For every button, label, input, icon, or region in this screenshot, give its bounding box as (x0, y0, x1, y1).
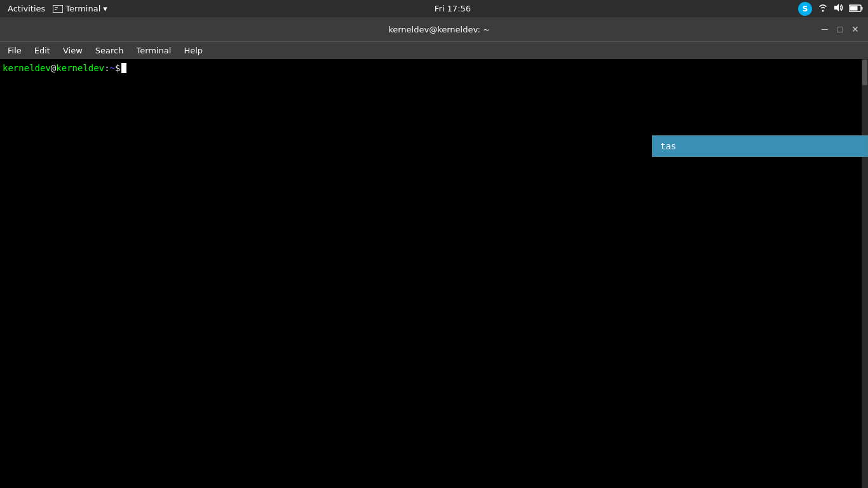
window-controls: ─ □ ✕ (820, 24, 860, 34)
svg-rect-7 (850, 6, 857, 10)
svg-marker-4 (834, 4, 839, 11)
menu-terminal[interactable]: Terminal (131, 44, 176, 57)
close-button[interactable]: ✕ (850, 24, 860, 34)
menu-search[interactable]: Search (90, 44, 129, 57)
prompt-directory: ~ (110, 62, 115, 74)
wifi-icon (817, 3, 829, 14)
svg-point-3 (822, 10, 824, 12)
minimize-button[interactable]: ─ (820, 24, 830, 34)
svg-rect-0 (53, 5, 63, 13)
system-bar-left: Activities Terminal ▾ (5, 4, 107, 13)
terminal-dropdown-arrow: ▾ (103, 4, 107, 13)
terminal-body[interactable]: kerneldev@kerneldev:~$ tas (0, 59, 868, 488)
volume-icon (834, 3, 844, 14)
svg-rect-6 (861, 7, 862, 10)
menu-help[interactable]: Help (179, 44, 208, 57)
window-title: kerneldev@kerneldev: ~ (58, 25, 820, 34)
datetime-display: Fri 17:56 (435, 4, 471, 13)
prompt-at: @ (51, 62, 56, 74)
window-titlebar: kerneldev@kerneldev: ~ ─ □ ✕ (0, 17, 868, 41)
autocomplete-text: tas (660, 141, 676, 151)
battery-icon (849, 4, 863, 14)
scrollbar-thumb[interactable] (862, 60, 867, 85)
menu-file[interactable]: File (3, 44, 27, 57)
terminal-label: Terminal (65, 4, 100, 13)
skype-icon[interactable]: S (798, 2, 812, 16)
system-bar: Activities Terminal ▾ Fri 17:56 S (0, 0, 868, 17)
system-bar-right: S (798, 2, 863, 16)
prompt-username: kerneldev (3, 62, 51, 74)
terminal-prompt-line: kerneldev@kerneldev:~$ (3, 62, 865, 74)
autocomplete-popup[interactable]: tas (652, 135, 868, 157)
terminal-menu-button[interactable]: Terminal ▾ (53, 4, 107, 13)
prompt-colon: : (104, 62, 109, 74)
menu-view[interactable]: View (58, 44, 88, 57)
terminal-window-icon (53, 5, 63, 13)
prompt-dollar: $ (115, 62, 120, 74)
activities-button[interactable]: Activities (5, 4, 48, 13)
menu-bar: File Edit View Search Terminal Help (0, 41, 868, 59)
system-bar-clock: Fri 17:56 (435, 4, 471, 13)
maximize-button[interactable]: □ (835, 24, 845, 34)
menu-edit[interactable]: Edit (29, 44, 55, 57)
prompt-hostname: kerneldev (56, 62, 104, 74)
autocomplete-item[interactable]: tas (653, 136, 867, 156)
terminal-cursor (121, 63, 126, 73)
scrollbar-track[interactable] (862, 59, 868, 488)
